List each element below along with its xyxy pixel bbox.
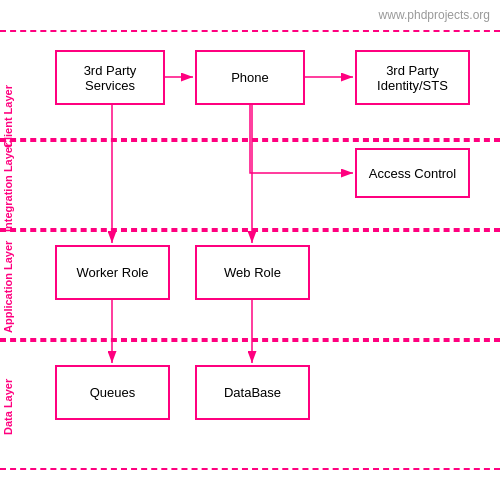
data-layer-label: Data Layer: [2, 342, 14, 472]
third-party-identity-box: 3rd Party Identity/STS: [355, 50, 470, 105]
web-role-box: Web Role: [195, 245, 310, 300]
third-party-services-box: 3rd Party Services: [55, 50, 165, 105]
phone-box: Phone: [195, 50, 305, 105]
diagram: www.phdprojects.org Client Layer Integra…: [0, 0, 500, 500]
worker-role-box: Worker Role: [55, 245, 170, 300]
application-layer-label: Application Layer: [2, 232, 14, 342]
database-box: DataBase: [195, 365, 310, 420]
integration-layer-label: Integration Layer: [2, 142, 14, 232]
watermark: www.phdprojects.org: [379, 8, 490, 22]
access-control-box: Access Control: [355, 148, 470, 198]
queues-box: Queues: [55, 365, 170, 420]
